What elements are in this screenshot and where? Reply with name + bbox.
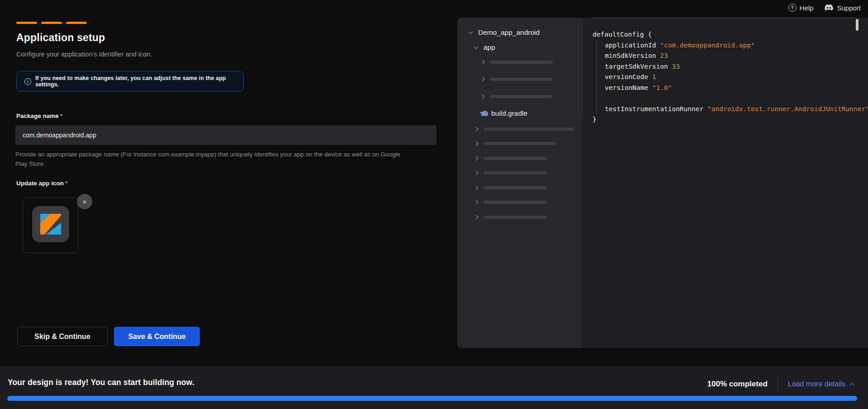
code-editor-panel: defaultConfig {applicationId "com.demoap…	[581, 18, 868, 348]
code-line: testInstrumentationRunner "androidx.test…	[605, 103, 868, 114]
kotlin-logo-icon	[40, 213, 62, 235]
indent-guide	[582, 19, 583, 122]
remove-app-icon-button[interactable]: ×	[77, 194, 92, 209]
code-token-plain: }	[593, 116, 597, 123]
chevron-up-icon	[849, 383, 854, 388]
chevron-down-icon	[474, 45, 479, 49]
footer-status-bar: Your design is ready! You can start buil…	[0, 366, 868, 409]
chevron-down-icon	[469, 30, 473, 34]
tree-item-skeleton[interactable]	[457, 168, 581, 178]
chevron-right-icon	[474, 127, 479, 132]
tree-item-build.gradle[interactable]: build.gradle	[457, 108, 581, 118]
tree-item-skeleton[interactable]	[457, 74, 581, 84]
indent-guide	[596, 40, 597, 114]
app-icon-upload-box[interactable]	[23, 197, 78, 253]
chevron-right-icon	[474, 141, 479, 146]
help-icon: ?	[788, 4, 797, 12]
step-dash-2	[41, 22, 62, 24]
application-setup-page: ? Help Support Application setup Configu…	[0, 0, 868, 409]
chevron-right-icon	[474, 156, 479, 161]
support-button[interactable]: Support	[824, 4, 861, 12]
skeleton-placeholder-bar	[490, 95, 553, 98]
footer-message: Your design is ready! You can start buil…	[8, 378, 194, 387]
skeleton-placeholder-bar	[484, 127, 574, 131]
tree-item-skeleton[interactable]	[457, 124, 581, 134]
discord-icon	[824, 4, 834, 12]
code-token-plain: versionCode	[605, 73, 652, 80]
code-token-plain: targetSdkVersion	[605, 63, 672, 70]
step-dash-1	[16, 22, 37, 24]
page-subtitle: Configure your application’s identifier …	[16, 51, 152, 58]
info-alert-text: If you need to make changes later, you c…	[35, 75, 236, 88]
required-asterisk: *	[60, 113, 62, 119]
skeleton-placeholder-bar	[484, 157, 547, 160]
gradle-elephant-icon	[479, 110, 489, 117]
gradle-elephant-icon	[479, 110, 489, 118]
code-line: versionName "1.0"	[605, 82, 672, 93]
code-token-string: "1.0"	[652, 84, 672, 91]
tree-item-skeleton[interactable]	[457, 197, 581, 207]
tree-item-skeleton[interactable]	[457, 212, 581, 222]
skeleton-placeholder-bar	[484, 186, 547, 189]
code-token-plain: minSdkVersion	[605, 52, 660, 59]
tree-item-app[interactable]: app	[457, 42, 581, 52]
tree-item-skeleton[interactable]	[457, 91, 581, 101]
code-token-number: 1	[652, 73, 656, 80]
footer-divider	[778, 377, 778, 391]
code-token-number: 23	[660, 52, 668, 59]
code-token-string: "androidx.test.runner.AndroidJUnitRunner…	[707, 105, 868, 113]
code-token-plain: testInstrumentationRunner	[605, 105, 707, 113]
progress-percent-label: 100% completed	[707, 380, 768, 389]
footer-right-group: 100% completed Load more details	[707, 376, 854, 392]
tree-item-label: build.gradle	[491, 109, 527, 118]
tree-item-label: Demo_app_android	[478, 28, 540, 37]
code-line: defaultConfig {	[593, 29, 652, 40]
skeleton-placeholder-bar	[484, 216, 547, 219]
step-indicator	[16, 22, 87, 24]
support-label: Support	[837, 4, 861, 12]
tree-item-skeleton[interactable]	[457, 153, 581, 163]
tree-item-label: app	[484, 43, 495, 52]
package-name-label: Package name*	[16, 113, 62, 119]
help-button[interactable]: ? Help	[788, 4, 814, 12]
info-icon: i	[24, 78, 31, 85]
tree-item-skeleton[interactable]	[457, 138, 581, 148]
page-title: Application setup	[16, 32, 105, 44]
top-bar: ? Help Support	[788, 4, 861, 12]
progress-bar	[7, 396, 857, 401]
package-name-input[interactable]	[15, 125, 436, 145]
code-token-plain: defaultConfig {	[593, 31, 652, 38]
chevron-right-icon	[480, 60, 485, 65]
code-token-number: 33	[672, 63, 679, 70]
required-asterisk: *	[65, 180, 67, 187]
tree-item-skeleton[interactable]	[457, 183, 581, 193]
editor-scrollbar-thumb[interactable]	[856, 19, 859, 31]
code-line: applicationId "com.demoappandroid.app"	[605, 40, 755, 51]
skeleton-placeholder-bar	[490, 61, 553, 64]
code-line: }	[593, 114, 597, 125]
skip-continue-button[interactable]: Skip & Continue	[17, 327, 108, 346]
skeleton-placeholder-bar	[484, 171, 547, 174]
chevron-right-icon	[474, 186, 479, 190]
skeleton-placeholder-bar	[484, 142, 556, 145]
code-token-string: "com.demoappandroid.app"	[660, 42, 755, 49]
file-tree-panel: Demo_app_androidappbuild.gradle	[457, 18, 581, 348]
tree-item-skeleton[interactable]	[457, 57, 581, 67]
update-app-icon-label: Update app icon*	[16, 180, 67, 187]
code-line: minSdkVersion 23	[605, 50, 668, 61]
chevron-right-icon	[480, 94, 485, 99]
code-token-plain: versionName	[605, 84, 652, 91]
tree-item-Demo_app_android[interactable]: Demo_app_android	[457, 28, 581, 38]
step-dash-3	[66, 22, 87, 24]
code-token-plain: applicationId	[605, 42, 660, 49]
load-more-details-button[interactable]: Load more details	[788, 380, 854, 388]
editor-top-border	[593, 18, 855, 18]
chevron-right-icon	[474, 200, 479, 205]
skeleton-placeholder-bar	[484, 201, 547, 204]
info-alert: i If you need to make changes later, you…	[16, 71, 244, 92]
help-label: Help	[800, 4, 814, 12]
save-continue-button[interactable]: Save & Continue	[114, 327, 200, 346]
package-name-helper-text: Provide an appropriate package name (For…	[15, 150, 409, 169]
app-icon-preview	[32, 206, 69, 242]
code-line: targetSdkVersion 33	[605, 61, 680, 72]
